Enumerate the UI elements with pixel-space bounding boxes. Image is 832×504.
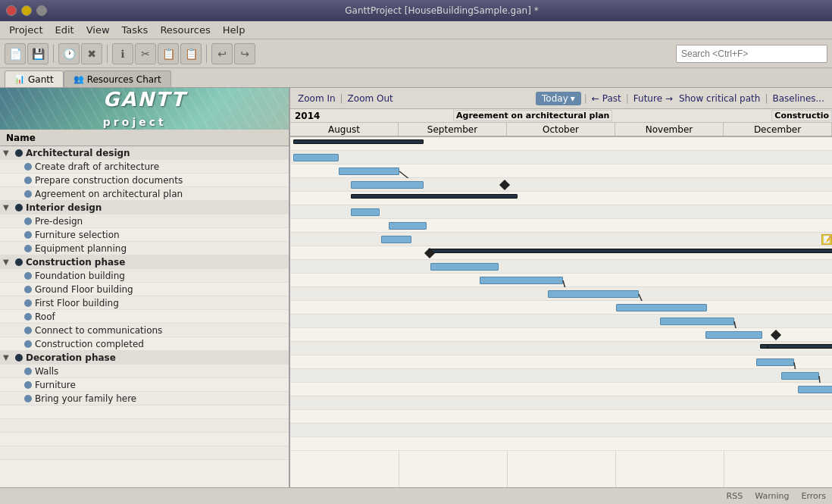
gantt-row-empty xyxy=(290,410,832,424)
menu-view[interactable]: View xyxy=(80,23,116,37)
baselines-button[interactable]: Baselines... xyxy=(771,93,826,104)
menu-project[interactable]: Project xyxy=(3,23,48,37)
gantt-row xyxy=(290,151,832,164)
zoom-in-button[interactable]: Zoom In xyxy=(296,93,337,104)
task-dot xyxy=(24,272,32,280)
future-button[interactable]: Future → xyxy=(632,93,674,104)
task-column-header: Name xyxy=(0,130,289,146)
task-row[interactable]: Furniture selection xyxy=(0,228,289,242)
new-button[interactable]: 📄 xyxy=(5,43,26,64)
group-dot xyxy=(15,258,23,266)
search-input[interactable] xyxy=(676,45,827,63)
gantt-dependency-arrow xyxy=(290,164,832,178)
gantt-row xyxy=(290,355,832,369)
task-name: Roof xyxy=(35,311,55,322)
menu-edit[interactable]: Edit xyxy=(48,23,80,37)
task-name: Furniture selection xyxy=(35,230,120,240)
gantt-task-bar[interactable] xyxy=(798,386,832,393)
toolbar-separator-2 xyxy=(107,45,108,63)
tab-resources[interactable]: 👥 Resources Chart xyxy=(64,70,171,87)
task-row[interactable]: Ground Floor building xyxy=(0,283,289,296)
expand-icon[interactable]: ▼ xyxy=(3,353,12,362)
gantt-row xyxy=(290,137,832,151)
redo-button[interactable]: ↪ xyxy=(234,43,255,64)
task-row[interactable]: ▼ Decoration phase xyxy=(0,351,289,365)
gantt-task-bar[interactable] xyxy=(705,331,762,339)
gantt-row xyxy=(290,301,832,315)
task-dot xyxy=(24,190,32,198)
menu-help[interactable]: Help xyxy=(217,23,252,37)
gantt-task-bar[interactable] xyxy=(381,236,411,243)
today-button[interactable]: Today ▾ xyxy=(536,92,581,105)
task-dot xyxy=(24,245,32,252)
task-row[interactable]: Prepare construction documents xyxy=(0,174,289,187)
month-december: December xyxy=(724,123,832,136)
expand-icon[interactable]: ▼ xyxy=(3,203,12,211)
task-row[interactable]: Foundation building xyxy=(0,269,289,283)
gantt-sep: | xyxy=(626,93,629,104)
minimize-button[interactable] xyxy=(21,5,32,16)
copy-button[interactable]: 📋 xyxy=(158,43,179,64)
task-row[interactable]: Agreement on architectural plan xyxy=(0,187,289,201)
today-dropdown-icon: ▾ xyxy=(571,93,575,104)
logo: GANTT project xyxy=(103,88,186,130)
task-dot xyxy=(24,163,32,171)
toolbar: 📄 💾 🕐 ✖ ℹ ✂ 📋 📋 ↩ ↪ xyxy=(0,39,832,68)
info-button[interactable]: ℹ xyxy=(112,43,133,64)
task-row[interactable]: Pre-design xyxy=(0,214,289,228)
gantt-task-bar[interactable] xyxy=(430,263,499,271)
year-label: 2014 xyxy=(295,111,320,121)
task-row[interactable]: Construction completed xyxy=(0,337,289,351)
tab-gantt-label: Gantt xyxy=(28,74,54,85)
cut-button[interactable]: ✂ xyxy=(135,43,156,64)
task-name: Connect to communications xyxy=(35,325,162,336)
task-dot xyxy=(24,327,32,334)
critical-path-button[interactable]: Show critical path xyxy=(677,93,762,104)
paste-button[interactable]: 📋 xyxy=(180,43,202,64)
gantt-task-bar[interactable] xyxy=(293,154,339,161)
group-dot xyxy=(15,204,23,211)
expand-icon[interactable]: ▼ xyxy=(3,258,12,266)
gantt-task-bar[interactable] xyxy=(351,181,424,189)
close-button[interactable] xyxy=(6,5,17,16)
task-row[interactable]: Equipment planning xyxy=(0,242,289,255)
task-dot xyxy=(24,177,32,184)
task-row[interactable]: ▼ Construction phase xyxy=(0,255,289,269)
task-name: Construction completed xyxy=(35,339,144,349)
zoom-out-button[interactable]: Zoom Out xyxy=(346,93,395,104)
task-dot xyxy=(24,368,32,375)
save-button[interactable]: 💾 xyxy=(27,43,48,64)
gantt-row xyxy=(290,383,832,396)
cancel-button[interactable]: ✖ xyxy=(81,43,102,64)
gantt-group-bar xyxy=(768,344,832,349)
task-row[interactable]: Walls xyxy=(0,365,289,378)
gantt-task-bar[interactable] xyxy=(389,222,427,230)
month-september: September xyxy=(399,123,507,136)
history-button[interactable]: 🕐 xyxy=(58,43,80,64)
maximize-button[interactable] xyxy=(36,5,47,16)
task-row[interactable]: First Floor building xyxy=(0,296,289,310)
menubar: Project Edit View Tasks Resources Help xyxy=(0,21,832,39)
gantt-tab-icon: 📊 xyxy=(14,74,25,84)
tab-gantt[interactable]: 📊 Gantt xyxy=(5,70,64,87)
task-row[interactable]: Create draft of architecture xyxy=(0,160,289,174)
task-row[interactable]: ▼ Architectural design xyxy=(0,146,289,160)
task-name: Construction phase xyxy=(26,257,125,268)
task-row[interactable]: Furniture xyxy=(0,378,289,392)
task-row[interactable]: Roof xyxy=(0,310,289,324)
past-button[interactable]: ← Past xyxy=(590,93,623,104)
task-row[interactable]: Connect to communications xyxy=(0,324,289,337)
expand-icon[interactable]: ▼ xyxy=(3,149,12,157)
gantt-group-bar xyxy=(428,249,832,253)
menu-tasks[interactable]: Tasks xyxy=(116,23,155,37)
undo-button[interactable]: ↩ xyxy=(211,43,233,64)
task-row-empty xyxy=(0,433,289,446)
gantt-task-bar[interactable] xyxy=(616,304,707,311)
task-row[interactable]: ▼ Interior design xyxy=(0,201,289,214)
gantt-task-bar[interactable] xyxy=(351,208,380,216)
milestone-label-1: Agreement on architectural plan xyxy=(453,110,612,121)
task-dot xyxy=(24,395,32,402)
toolbar-separator-3 xyxy=(206,45,207,63)
task-row[interactable]: Bring your family here xyxy=(0,392,289,405)
menu-resources[interactable]: Resources xyxy=(154,23,216,37)
